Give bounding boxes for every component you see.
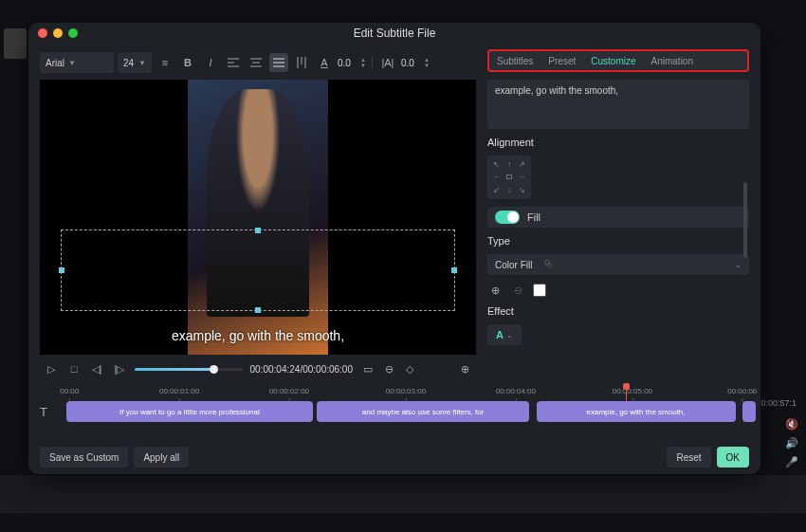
side-scrollbar[interactable] — [743, 182, 747, 258]
bold-button[interactable]: B — [178, 53, 197, 72]
stepper-icon: ▲▼ — [424, 57, 430, 68]
letter-spacing-input[interactable]: 0.0 ▲▼ — [338, 57, 366, 68]
speaker-icon: 🔊 — [785, 436, 798, 449]
tab-preset[interactable]: Preset — [540, 51, 583, 70]
align-center[interactable]: □ — [504, 172, 514, 182]
subtitle-clip-3[interactable]: example, go with the smooth, — [537, 401, 736, 422]
tick: 00:00:05:00 — [613, 387, 652, 395]
alignment-grid[interactable]: ↖ ↑ ↗ ← □ → ↙ ↓ ↘ — [487, 156, 531, 199]
text-color-button[interactable]: A — [315, 53, 334, 72]
subtitle-track: T If you want to go a little more profes… — [40, 400, 749, 423]
font-size-select[interactable]: 24 ▼ — [118, 52, 152, 73]
chevron-down-icon: ▼ — [138, 59, 146, 67]
cursor-icon: ↖ — [544, 258, 553, 270]
subtitle-text-field[interactable]: example, go with the smooth, — [487, 80, 749, 129]
zoom-fit-button[interactable]: ◇ — [402, 361, 417, 376]
chevron-down-icon: ⌄ — [506, 331, 513, 339]
transport-bar: ▷ □ ◁| |▷ 00:00:04:24/00:00:06:00 ▭ ⊖ ◇ … — [40, 355, 476, 383]
remove-color-button[interactable]: ⊖ — [510, 283, 525, 298]
edit-subtitle-modal: Edit Subtitle File Arial ▼ 24 ▼ ≡ B I — [28, 23, 760, 474]
line-height-icon[interactable]: |A| — [378, 53, 397, 72]
slider-knob[interactable] — [210, 365, 218, 374]
italic-button[interactable]: I — [201, 53, 220, 72]
chevron-down-icon: ⌄ — [735, 261, 742, 269]
fill-toggle[interactable] — [495, 211, 520, 224]
tick: 00:00 — [60, 387, 79, 395]
type-label: Type — [487, 235, 749, 247]
tick: 00:00:04:00 — [496, 387, 536, 395]
next-frame-button[interactable]: |▷ — [112, 361, 127, 376]
bg-thumbnail — [4, 28, 27, 59]
align-bot-center[interactable]: ↓ — [504, 185, 514, 195]
subtitle-clip-1[interactable]: If you want to go a little more professi… — [66, 401, 314, 422]
resize-handle-left[interactable] — [59, 267, 64, 273]
zoom-out-button[interactable]: ⊖ — [381, 361, 396, 376]
align-left-button[interactable] — [224, 53, 243, 72]
tick: 00:00:03:00 — [386, 387, 426, 395]
bg-sidebar-icons: 🔇 🔊 🎤 — [785, 417, 798, 468]
side-tabs: Subtitles Preset Customize Animation — [487, 49, 749, 72]
reset-button[interactable]: Reset — [667, 447, 710, 468]
align-bot-left[interactable]: ↙ — [491, 185, 502, 195]
fill-type-value: Color Fill — [495, 260, 532, 270]
playback-slider[interactable] — [135, 368, 243, 371]
resize-handle-top[interactable] — [255, 228, 261, 233]
stepper-icon: ▲▼ — [360, 57, 366, 68]
effect-select[interactable]: A ⌄ — [487, 324, 522, 345]
text-track-icon: T — [40, 405, 57, 419]
align-top-left[interactable]: ↖ — [491, 159, 502, 170]
text-toolbar: Arial ▼ 24 ▼ ≡ B I — [40, 49, 476, 76]
subtitle-clip-4[interactable] — [742, 401, 756, 422]
timeline-ruler[interactable]: 00:00 00:00:01:00 00:00:02:00 00:00:03:0… — [63, 387, 749, 400]
prev-frame-button[interactable]: ◁| — [89, 361, 104, 376]
tab-customize[interactable]: Customize — [583, 51, 643, 70]
alignment-label: Alignment — [487, 137, 749, 148]
zoom-in-button[interactable]: ⊕ — [457, 361, 472, 376]
separator — [372, 56, 373, 69]
align-top-center[interactable]: ↑ — [504, 159, 514, 170]
align-justify-button[interactable] — [269, 53, 288, 72]
line-height-input[interactable]: 0.0 ▲▼ — [401, 57, 430, 68]
align-center-button[interactable] — [247, 53, 266, 72]
align-mid-left[interactable]: ← — [491, 172, 502, 182]
crop-icon[interactable]: ▭ — [360, 361, 376, 376]
tab-animation[interactable]: Animation — [644, 51, 701, 70]
vertical-text-button[interactable] — [292, 53, 311, 72]
chevron-down-icon: ▼ — [68, 59, 76, 67]
resize-handle-bottom[interactable] — [255, 307, 261, 313]
fill-type-select[interactable]: Color Fill ⌄ ↖ — [487, 254, 749, 275]
ok-button[interactable]: OK — [717, 447, 749, 468]
font-family-value: Arial — [46, 58, 64, 68]
add-color-button[interactable]: ⊕ — [487, 283, 503, 298]
modal-footer: Save as Custom Apply all Reset OK — [28, 440, 760, 474]
play-button[interactable]: ▷ — [44, 361, 59, 376]
apply-all-button[interactable]: Apply all — [134, 447, 189, 468]
color-row: ⊕ ⊖ — [487, 283, 749, 298]
fill-label: Fill — [527, 211, 540, 223]
video-frame — [188, 80, 328, 355]
subtitle-clip-2[interactable]: and maybe also use some filters, for — [317, 401, 529, 422]
indent-icon[interactable]: ≡ — [156, 53, 174, 72]
mic-icon: 🎤 — [785, 455, 798, 468]
tick: 00:00:06 — [727, 387, 757, 395]
fill-toggle-row: Fill — [487, 207, 749, 228]
resize-handle-right[interactable] — [451, 267, 457, 273]
save-as-custom-button[interactable]: Save as Custom — [40, 447, 128, 468]
tick: 00:00:01:00 — [159, 387, 199, 395]
modal-title: Edit Subtitle File — [28, 27, 760, 40]
titlebar: Edit Subtitle File — [28, 23, 760, 44]
subtitle-selection-box[interactable] — [61, 229, 455, 311]
tab-subtitles[interactable]: Subtitles — [489, 51, 540, 70]
color-swatch-white[interactable] — [533, 284, 546, 297]
align-top-right[interactable]: ↗ — [517, 159, 527, 170]
font-size-value: 24 — [123, 58, 134, 68]
bg-timeline — [0, 475, 806, 513]
video-preview[interactable]: example, go with the smooth, — [40, 80, 476, 355]
stop-button[interactable]: □ — [66, 361, 82, 376]
font-family-select[interactable]: Arial ▼ — [40, 52, 114, 73]
align-bot-right[interactable]: ↘ — [517, 185, 527, 195]
effect-label: Effect — [487, 305, 749, 317]
align-mid-right[interactable]: → — [517, 172, 527, 182]
subtitle-text-value: example, go with the smooth, — [495, 85, 618, 96]
subtitle-timeline: 00:00 00:00:01:00 00:00:02:00 00:00:03:0… — [28, 383, 760, 440]
